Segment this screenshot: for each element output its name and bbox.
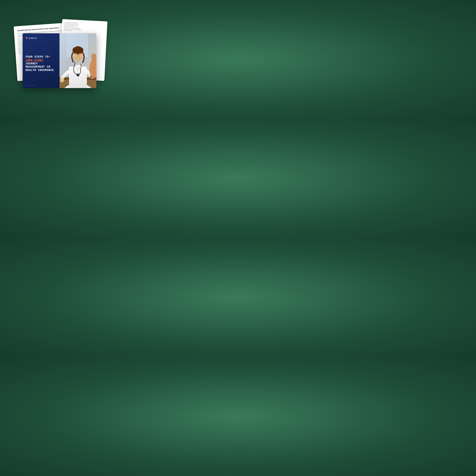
svg-point-19 — [79, 53, 80, 54]
genesys-logo: GENESYS — [25, 37, 57, 39]
booklet-right-panel — [60, 33, 96, 88]
title-line5: Health Insurance — [25, 68, 57, 72]
title-line3-inline: Journey — [25, 62, 38, 65]
booklet-left-panel: GENESYS Four Steps to ✶ Jump-Start Journ… — [23, 33, 60, 88]
genesys-logo-text: GENESYS — [29, 37, 37, 39]
title-line4: Measurement in — [25, 65, 57, 68]
genesys-brand-icon — [25, 37, 28, 39]
booklet-footer: ©2022 Genesys. All rights reserved. — [25, 85, 57, 86]
booklet-title: Four Steps to ✶ Jump-Start Journey Measu… — [25, 42, 57, 85]
squiggle-icon: ✶ — [49, 55, 51, 59]
scene: Establish journey measurement in your or… — [11, 17, 108, 102]
svg-point-6 — [26, 37, 27, 38]
right-page-text: ...be calculated at a micro-journey leve… — [64, 21, 105, 33]
svg-point-21 — [77, 74, 79, 76]
page-number: 18 — [101, 78, 102, 79]
booklet: GENESYS Four Steps to ✶ Jump-Start Journ… — [23, 33, 96, 88]
doctor-photo — [60, 33, 96, 88]
title-line2: Jump-Start Journey — [25, 59, 57, 65]
title-line1: Four Steps to ✶ — [25, 55, 57, 59]
svg-point-18 — [76, 53, 77, 54]
